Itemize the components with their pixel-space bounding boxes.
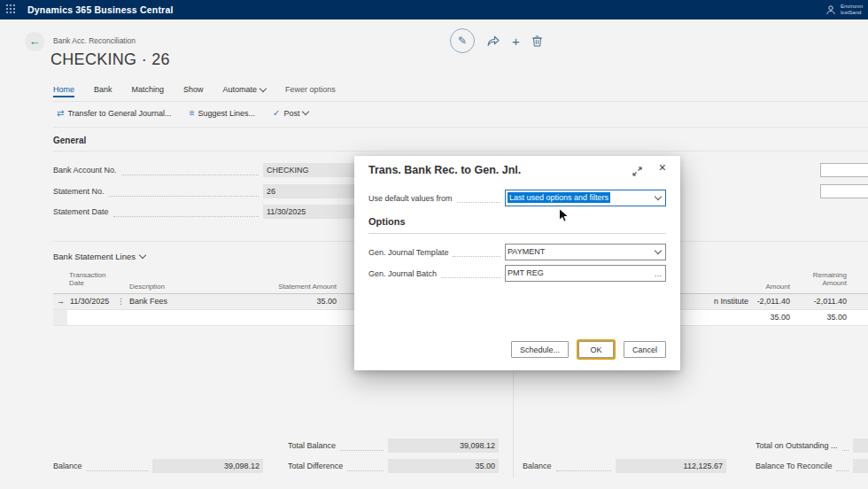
edit-button[interactable]: ✎	[450, 28, 475, 53]
field-statement-no: Statement No. 26	[53, 184, 374, 198]
dialog-title: Trans. Bank Rec. to Gen. Jnl.	[368, 164, 521, 176]
cell-description[interactable]: Bank Fees	[129, 294, 167, 309]
selected-option-text: Last used options and filters	[508, 192, 610, 203]
bank-statement-lines-heading[interactable]: Bank Statement Lines	[53, 252, 145, 261]
col-transaction-date[interactable]: Transaction Date	[69, 271, 115, 287]
total-difference-value[interactable]: 35.00	[388, 459, 499, 473]
expand-icon	[632, 166, 643, 177]
chevron-down-icon	[260, 84, 267, 91]
balance-to-reconcile-row: Balance To Reconcile	[756, 459, 868, 473]
tabs-divider	[53, 101, 868, 102]
actionbar-divider	[53, 127, 868, 128]
total-outstanding-row: Total on Outstanding ...	[756, 439, 868, 453]
combobox-dropdown-button[interactable]	[651, 244, 665, 260]
tab-automate[interactable]: Automate	[223, 85, 267, 97]
share-icon	[486, 35, 500, 48]
total-difference-row: Total Difference 35.00	[288, 459, 499, 473]
cell-entry-remaining[interactable]: 35.00	[785, 310, 847, 325]
right-panel-field[interactable]	[820, 163, 868, 177]
page-title: CHECKING · 26	[50, 50, 170, 69]
close-icon: ×	[659, 160, 666, 175]
gen-journal-batch-row: Gen. Journal Batch PMT REG …	[368, 265, 666, 282]
row-menu-icon[interactable]: ⋮	[117, 294, 125, 309]
action-bar: ⇄ Transfer to General Journal... ≡ Sugge…	[57, 108, 308, 118]
use-default-values-row: Use default values from Last used option…	[368, 190, 666, 206]
col-description[interactable]: Description	[129, 283, 209, 291]
trans-bank-rec-dialog: Trans. Bank Rec. to Gen. Jnl. × Use defa…	[354, 156, 680, 370]
balance-row: Balance 39,098.12	[53, 459, 263, 473]
ellipsis-icon: …	[655, 269, 663, 278]
total-outstanding-value[interactable]	[853, 439, 868, 453]
use-default-values-combobox[interactable]: Last used options and filters	[505, 190, 666, 206]
total-balance-value[interactable]: 39,098.12	[388, 439, 499, 453]
right-panel-field[interactable]	[820, 184, 868, 198]
col-amount[interactable]: Amount	[748, 283, 790, 291]
gen-journal-template-combobox[interactable]: PAYMENT	[505, 244, 666, 260]
topbar: Dynamics 365 Business Central Environm l…	[0, 0, 868, 19]
chevron-down-icon	[139, 252, 146, 259]
account-settings-icon[interactable]	[825, 4, 836, 15]
fewer-options-button[interactable]: Fewer options	[285, 85, 336, 97]
col-statement-amount[interactable]: Statement Amount	[259, 283, 337, 291]
environment-label: Environm lostSand	[841, 4, 867, 16]
gen-journal-batch-field[interactable]: PMT REG …	[505, 265, 666, 282]
ribbon-tabs: Home Bank Matching Show Automate Fewer o…	[53, 85, 336, 97]
trash-icon	[531, 35, 543, 48]
back-arrow-icon: ←	[29, 35, 41, 48]
transfer-to-general-journal-button[interactable]: ⇄ Transfer to General Journal...	[57, 108, 172, 118]
options-heading: Options	[368, 216, 406, 227]
general-divider	[53, 151, 868, 151]
chevron-down-icon	[302, 108, 309, 115]
app-window: Dynamics 365 Business Central Environm l…	[0, 0, 868, 489]
app-title[interactable]: Dynamics 365 Business Central	[27, 4, 174, 15]
balance-left-value[interactable]: 39,098.12	[152, 459, 263, 473]
transfer-icon: ⇄	[57, 108, 64, 118]
tab-bank[interactable]: Bank	[94, 85, 112, 97]
share-button[interactable]	[486, 35, 500, 48]
plus-icon: +	[512, 34, 520, 49]
cell-statement-amount[interactable]: 35.00	[266, 294, 337, 309]
cell-transaction-date[interactable]: 11/30/2025	[70, 294, 109, 309]
chevron-down-icon	[655, 247, 662, 254]
breadcrumb[interactable]: Bank Acc. Reconciliation	[53, 36, 136, 45]
suggest-lines-icon: ≡	[190, 108, 195, 118]
ok-button[interactable]: OK	[578, 341, 614, 358]
delete-button[interactable]	[531, 35, 543, 48]
back-button[interactable]: ←	[25, 32, 44, 51]
chevron-down-icon	[655, 193, 662, 200]
app-launcher-icon[interactable]	[6, 4, 17, 15]
total-balance-row: Total Balance 39,098.12	[288, 439, 499, 453]
combobox-dropdown-button[interactable]	[651, 190, 665, 206]
gen-journal-template-row: Gen. Journal Template PAYMENT	[368, 244, 666, 260]
expand-dialog-button[interactable]	[632, 165, 643, 181]
cancel-button[interactable]: Cancel	[624, 341, 666, 358]
post-button[interactable]: ✓ Post	[273, 108, 308, 118]
dialog-buttons: Schedule... OK Cancel	[511, 341, 666, 358]
current-row-arrow-icon: →	[57, 294, 65, 309]
tab-matching[interactable]: Matching	[132, 85, 165, 97]
suggest-lines-button[interactable]: ≡ Suggest Lines...	[190, 108, 255, 118]
pencil-icon: ✎	[458, 35, 467, 47]
balance-to-reconcile-value[interactable]	[853, 459, 868, 473]
lookup-button[interactable]: …	[651, 266, 665, 281]
tab-show[interactable]: Show	[183, 85, 204, 97]
balance-right-value[interactable]: 112,125.67	[616, 459, 726, 473]
post-icon: ✓	[273, 108, 280, 118]
schedule-button[interactable]: Schedule...	[511, 341, 569, 358]
close-dialog-button[interactable]: ×	[659, 160, 666, 175]
cell-entry-amount[interactable]: 35.00	[728, 310, 790, 325]
general-section-heading: General	[53, 136, 86, 145]
field-statement-date: Statement Date 11/30/2025	[53, 205, 374, 219]
tab-home[interactable]: Home	[53, 85, 74, 97]
cell-entry-amount[interactable]: -2,011.40	[728, 294, 790, 309]
cell-entry-remaining[interactable]: -2,011.40	[785, 294, 847, 309]
balance-right-row: Balance 112,125.67	[523, 459, 726, 473]
col-remaining-amount[interactable]: Remaining Amount	[798, 271, 847, 287]
new-button[interactable]: +	[512, 34, 520, 49]
field-bank-account-no: Bank Account No. CHECKING	[53, 163, 374, 177]
